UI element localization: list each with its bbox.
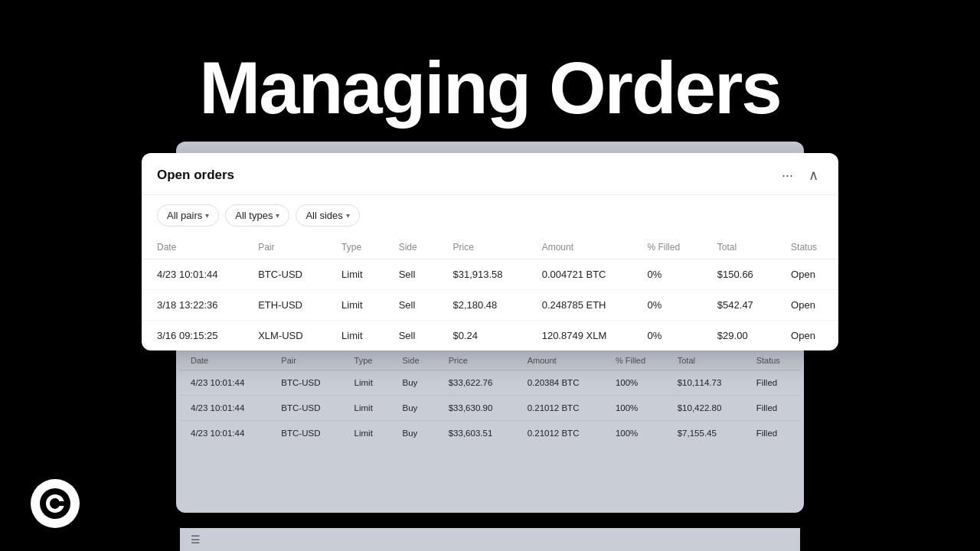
sec-col-status: Status: [746, 351, 800, 370]
cell-date: 4/23 10:01:44: [180, 421, 270, 446]
chevron-down-icon: ▾: [276, 211, 279, 220]
col-type: Type: [326, 236, 384, 259]
table-row: 3/16 09:15:25 XLM-USD Limit Sell $0.24 1…: [142, 321, 838, 351]
cell-filled: 100%: [605, 370, 667, 396]
cell-total: $10,422.80: [667, 396, 746, 421]
cell-price: $31,913.58: [437, 259, 526, 290]
cell-amount: 120.8749 XLM: [527, 321, 632, 351]
sec-col-total: Total: [667, 351, 746, 370]
open-orders-card: Open orders ··· ∧ All pairs ▾ All types …: [142, 153, 838, 350]
filter-sides-btn[interactable]: All sides ▾: [296, 204, 359, 227]
col-filled: % Filled: [632, 236, 701, 259]
cell-date: 4/23 10:01:44: [180, 396, 270, 421]
cell-price: $33,603.51: [438, 421, 517, 446]
cell-side: Sell: [384, 290, 438, 321]
hamburger-icon: ☰: [191, 533, 201, 546]
cell-amount: 0.21012 BTC: [517, 396, 605, 421]
cell-filled: 100%: [605, 421, 667, 446]
chevron-down-icon: ▾: [346, 211, 350, 220]
cell-status: Filled: [746, 370, 800, 396]
cell-type: Limit: [344, 370, 392, 396]
cell-filled: 0%: [632, 259, 701, 290]
cell-type: Limit: [344, 421, 392, 446]
chevron-down-icon: ▾: [205, 211, 209, 220]
cell-total: $7,155.45: [667, 421, 746, 446]
filter-pairs-btn[interactable]: All pairs ▾: [157, 204, 219, 227]
header-actions: ··· ∧: [777, 165, 823, 185]
cell-type: Limit: [326, 259, 384, 290]
sec-col-filled: % Filled: [605, 351, 667, 370]
filters-row: All pairs ▾ All types ▾ All sides ▾: [142, 195, 838, 236]
sec-col-amount: Amount: [517, 351, 605, 370]
cell-price: $33,630.90: [438, 396, 517, 421]
secondary-bottom-bar: ☰: [180, 528, 800, 551]
cell-status: Filled: [746, 396, 800, 421]
more-options-btn[interactable]: ···: [777, 166, 798, 185]
cell-type: Limit: [326, 290, 384, 321]
cell-filled: 0%: [632, 290, 701, 321]
cell-price: $0.24: [437, 321, 526, 351]
cell-date: 3/18 13:22:36: [142, 290, 243, 321]
coinbase-logo: [31, 479, 80, 528]
cell-side: Buy: [392, 396, 438, 421]
filter-types-btn[interactable]: All types ▾: [225, 204, 289, 227]
cell-side: Buy: [392, 370, 438, 396]
cell-status: Open: [776, 290, 838, 321]
col-status: Status: [776, 236, 838, 259]
cell-side: Buy: [392, 421, 438, 446]
cell-total: $10,114.73: [667, 370, 746, 396]
cell-price: $2,180.48: [437, 290, 526, 321]
cell-total: $542.47: [702, 290, 776, 321]
cell-total: $29.00: [702, 321, 776, 351]
cell-pair: BTC-USD: [270, 370, 343, 396]
col-pair: Pair: [243, 236, 326, 259]
open-orders-table: Date Pair Type Side Price Amount % Fille…: [142, 236, 838, 350]
page-title: Managing Orders: [0, 46, 980, 130]
table-row: 4/23 10:01:44 BTC-USD Limit Buy $33,622.…: [180, 370, 800, 396]
cell-type: Limit: [344, 396, 392, 421]
cell-date: 3/16 09:15:25: [142, 321, 243, 351]
card-title: Open orders: [157, 168, 234, 183]
table-row: 4/23 10:01:44 BTC-USD Limit Sell $31,913…: [142, 259, 838, 290]
cell-status: Open: [776, 321, 838, 351]
cell-pair: ETH-USD: [243, 290, 326, 321]
table-row: 4/23 10:01:44 BTC-USD Limit Buy $33,630.…: [180, 396, 800, 421]
cell-pair: BTC-USD: [270, 396, 343, 421]
col-price: Price: [437, 236, 526, 259]
collapse-btn[interactable]: ∧: [804, 165, 823, 185]
cell-filled: 0%: [632, 321, 701, 351]
cell-side: Sell: [384, 259, 438, 290]
secondary-orders-table: Date Pair Type Side Price Amount % Fille…: [180, 351, 800, 445]
cell-pair: BTC-USD: [270, 421, 343, 446]
table-row: 3/18 13:22:36 ETH-USD Limit Sell $2,180.…: [142, 290, 838, 321]
sec-col-price: Price: [438, 351, 517, 370]
cell-pair: BTC-USD: [243, 259, 326, 290]
col-date: Date: [142, 236, 243, 259]
col-total: Total: [702, 236, 776, 259]
table-row: 4/23 10:01:44 BTC-USD Limit Buy $33,603.…: [180, 421, 800, 446]
sec-col-side: Side: [392, 351, 438, 370]
col-side: Side: [384, 236, 438, 259]
cell-pair: XLM-USD: [243, 321, 326, 351]
card-header: Open orders ··· ∧: [142, 153, 838, 195]
svg-point-0: [40, 488, 70, 519]
cell-total: $150.66: [702, 259, 776, 290]
cell-date: 4/23 10:01:44: [142, 259, 243, 290]
sec-col-date: Date: [180, 351, 270, 370]
cell-price: $33,622.76: [438, 370, 517, 396]
cell-status: Open: [776, 259, 838, 290]
cell-status: Filled: [746, 421, 800, 446]
cell-type: Limit: [326, 321, 384, 351]
sec-col-type: Type: [344, 351, 392, 370]
cell-date: 4/23 10:01:44: [180, 370, 270, 396]
cell-filled: 100%: [605, 396, 667, 421]
col-amount: Amount: [527, 236, 632, 259]
cell-amount: 0.004721 BTC: [527, 259, 632, 290]
cell-amount: 0.21012 BTC: [517, 421, 605, 446]
cell-amount: 0.20384 BTC: [517, 370, 605, 396]
sec-col-pair: Pair: [270, 351, 343, 370]
cell-side: Sell: [384, 321, 438, 351]
cell-amount: 0.248785 ETH: [527, 290, 632, 321]
